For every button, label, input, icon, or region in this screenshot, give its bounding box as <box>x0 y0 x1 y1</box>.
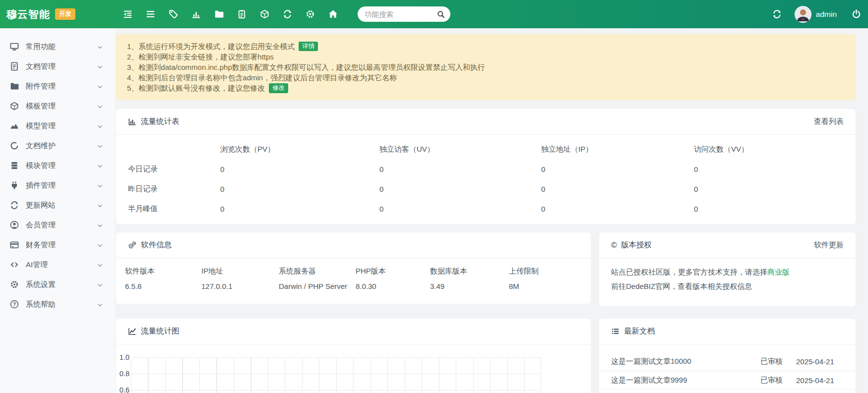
view-list-link[interactable]: 查看列表 <box>814 117 844 126</box>
cell-value: 0 <box>220 179 379 199</box>
home-icon[interactable] <box>328 9 338 19</box>
cell-value: 0 <box>541 199 694 219</box>
sidebar-item-members[interactable]: 会员管理 <box>0 215 115 235</box>
software-update-link[interactable]: 软件更新 <box>814 240 844 250</box>
chevron-down-icon <box>97 262 103 268</box>
license-line: 前往DedeBIZ官网，查看版本相关授权信息 <box>611 279 844 293</box>
traffic-stats-header: 流量统计表 查看列表 <box>116 109 856 135</box>
cube-icon[interactable] <box>260 9 269 19</box>
folder-icon[interactable] <box>214 9 224 19</box>
latest-docs-list: 这是一篇测试文章10000 已审核 2025-04-21 这是一篇测试文章999… <box>599 344 856 390</box>
chevron-down-icon <box>97 44 103 50</box>
search-icon[interactable] <box>437 10 445 18</box>
sidebar-item-label: 文档管理 <box>26 62 56 71</box>
table-header-row: 浏览次数（PV） 独立访客（UV） 独立地址（IP） 访问次数（VV） <box>128 139 844 159</box>
list-item: 这是一篇测试文章10000 已审核 2025-04-21 <box>599 352 856 371</box>
field-value: 8.0.30 <box>356 282 430 290</box>
clipboard-icon[interactable] <box>237 9 247 19</box>
menu-icon[interactable] <box>146 9 155 19</box>
sidebar-item-help[interactable]: 系统帮助 <box>0 294 115 314</box>
sync-icon <box>10 201 19 210</box>
row-label: 今日记录 <box>128 159 220 179</box>
sidebar-item-label: 会员管理 <box>26 221 56 230</box>
sidebar-item-update-site[interactable]: 更新网站 <box>0 195 115 215</box>
chart-bar-icon[interactable] <box>191 9 201 19</box>
chevron-down-icon <box>97 143 103 149</box>
sidebar-item-maintenance[interactable]: 文档维护 <box>0 136 115 156</box>
field-value: 127.0.0.1 <box>201 282 279 290</box>
traffic-chart-header: 流量统计图 <box>116 319 591 344</box>
software-info-body: 软件版本 6.5.8 IP地址 127.0.0.1 系统服务器 Darwin /… <box>116 258 591 290</box>
card-title: 流量统计图 <box>141 326 180 337</box>
tag-icon[interactable] <box>169 9 178 19</box>
sidebar-item-settings[interactable]: 系统设置 <box>0 275 115 294</box>
latest-docs-header: 最新文档 <box>599 319 856 344</box>
col-vv: 访问次数（VV） <box>694 139 844 159</box>
detail-badge-link[interactable]: 详情 <box>299 42 318 52</box>
modify-badge-link[interactable]: 修改 <box>269 83 288 93</box>
notice-line: 4、检测到后台管理目录名称中包含admin，强烈建议后台管理目录修改为其它名称 <box>127 72 845 83</box>
document-icon <box>10 62 19 71</box>
sidebar-item-attachments[interactable]: 附件管理 <box>0 76 115 96</box>
cell-value: 0 <box>694 159 844 179</box>
cell-value: 0 <box>379 199 541 219</box>
search-input[interactable] <box>365 10 437 18</box>
monitor-icon <box>10 42 19 51</box>
field-value: 8M <box>509 282 579 290</box>
license-body: 站点已授权社区版，更多官方技术支持，请选择商业版 前往DedeBIZ官网，查看版… <box>599 258 856 300</box>
sidebar-item-label: 模型管理 <box>26 121 56 131</box>
y-tick: 0.6 <box>116 386 129 393</box>
user-icon <box>10 221 19 229</box>
card-title: 版本授权 <box>621 240 652 250</box>
chevron-down-icon <box>97 63 103 70</box>
top-navbar: 穆云智能 开发 admin <box>0 0 868 28</box>
sidebar-item-finance[interactable]: 财务管理 <box>0 235 115 255</box>
doc-date: 2025-04-21 <box>796 376 844 385</box>
gear-icon <box>10 280 19 289</box>
sidebar-item-models[interactable]: 模型管理 <box>0 116 115 136</box>
software-field: 系统服务器 Darwin / PHP Server <box>279 267 356 290</box>
traffic-table: 浏览次数（PV） 独立访客（UV） 独立地址（IP） 访问次数（VV） 今日记录… <box>116 135 856 219</box>
notice-line: 1、系统运行环境为开发模式，建议您启用安全模式 详情 <box>127 41 845 52</box>
username[interactable]: admin <box>816 10 837 19</box>
outdent-icon[interactable] <box>123 9 132 19</box>
sidebar-item-label: 常用功能 <box>26 42 56 52</box>
sidebar-item-plugins[interactable]: 插件管理 <box>0 175 115 195</box>
security-notice: 1、系统运行环境为开发模式，建议您启用安全模式 详情 2、检测到网址非安全链接，… <box>116 34 856 100</box>
refresh-icon[interactable] <box>772 9 782 19</box>
circle-icon <box>10 141 19 150</box>
plug-icon <box>10 181 19 190</box>
sidebar-item-common[interactable]: 常用功能 <box>0 37 115 56</box>
chart-area-icon <box>10 121 19 130</box>
avatar[interactable] <box>795 6 811 23</box>
commercial-link[interactable]: 商业版 <box>767 268 790 276</box>
main-content: 1、系统运行环境为开发模式，建议您启用安全模式 详情 2、检测到网址非安全链接，… <box>115 28 868 393</box>
license-line: 站点已授权社区版，更多官方技术支持，请选择商业版 <box>611 265 844 279</box>
notice-text: 3、检测到data/common.inc.php数据库配置文件权限可以写入，建议… <box>127 62 485 72</box>
sync-icon[interactable] <box>283 9 292 19</box>
chevron-down-icon <box>97 83 103 90</box>
chevron-down-icon <box>97 103 103 110</box>
field-value: 3.49 <box>430 282 509 290</box>
license-header: © 版本授权 软件更新 <box>599 232 856 258</box>
doc-date: 2025-04-21 <box>796 357 844 366</box>
sidebar-item-label: 附件管理 <box>26 82 56 91</box>
license-card: © 版本授权 软件更新 站点已授权社区版，更多官方技术支持，请选择商业版 前往D… <box>599 232 856 306</box>
notice-text: 5、检测到默认账号没有修改，建议您修改 <box>127 83 265 93</box>
doc-title-link[interactable]: 这是一篇测试文章9999 <box>611 376 760 385</box>
field-label: 数据库版本 <box>430 267 509 276</box>
sidebar-item-ai[interactable]: AI管理 <box>0 255 115 275</box>
chevron-down-icon <box>97 123 103 129</box>
sidebar-item-modules[interactable]: 模块管理 <box>0 156 115 175</box>
doc-title-link[interactable]: 这是一篇测试文章10000 <box>611 357 760 366</box>
card-title: 最新文档 <box>624 326 655 337</box>
app-logo[interactable]: 穆云智能 <box>6 7 50 21</box>
table-row: 今日记录 0 0 0 0 <box>128 159 844 179</box>
cell-value: 0 <box>220 159 379 179</box>
license-text: 站点已授权社区版，更多官方技术支持，请选择 <box>611 268 767 276</box>
gear-icon[interactable] <box>306 9 315 19</box>
sidebar-item-templates[interactable]: 模板管理 <box>0 96 115 116</box>
power-icon[interactable] <box>852 9 861 19</box>
credit-card-icon <box>10 240 19 249</box>
sidebar-item-documents[interactable]: 文档管理 <box>0 56 115 76</box>
